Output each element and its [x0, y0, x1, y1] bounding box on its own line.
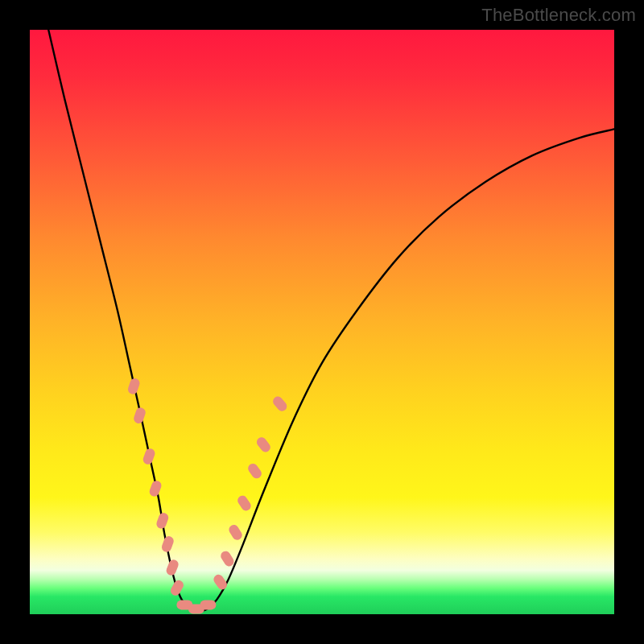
- svg-rect-13: [227, 523, 244, 542]
- curve-marker: [160, 535, 175, 553]
- svg-rect-6: [165, 558, 180, 576]
- plot-area: [30, 30, 614, 614]
- curve-layer: [30, 30, 614, 614]
- curve-marker: [133, 407, 147, 425]
- curve-marker: [148, 479, 163, 497]
- svg-rect-10: [200, 600, 216, 609]
- curve-marker: [236, 493, 253, 512]
- svg-rect-17: [271, 394, 289, 413]
- svg-rect-12: [219, 549, 236, 568]
- chart-frame: TheBottleneck.com: [0, 0, 644, 644]
- svg-rect-2: [142, 448, 156, 466]
- curve-marker: [126, 377, 141, 395]
- svg-rect-16: [255, 436, 273, 454]
- watermark-text: TheBottleneck.com: [481, 5, 636, 26]
- svg-rect-0: [126, 377, 141, 395]
- bottleneck-curve: [48, 30, 614, 611]
- svg-rect-7: [169, 579, 185, 597]
- curve-marker: [255, 436, 273, 454]
- svg-rect-4: [155, 511, 170, 530]
- curve-marker: [219, 549, 236, 568]
- curve-marker: [155, 511, 170, 530]
- svg-rect-3: [148, 479, 163, 497]
- curve-marker: [200, 600, 216, 609]
- svg-rect-14: [236, 493, 253, 512]
- svg-rect-1: [133, 407, 147, 425]
- svg-rect-15: [246, 462, 263, 481]
- curve-marker: [271, 394, 289, 413]
- curve-marker: [165, 558, 180, 576]
- curve-markers: [126, 377, 288, 613]
- curve-marker: [246, 462, 263, 481]
- curve-marker: [169, 579, 185, 597]
- curve-marker: [227, 523, 244, 542]
- svg-rect-5: [160, 535, 175, 553]
- curve-marker: [142, 448, 156, 466]
